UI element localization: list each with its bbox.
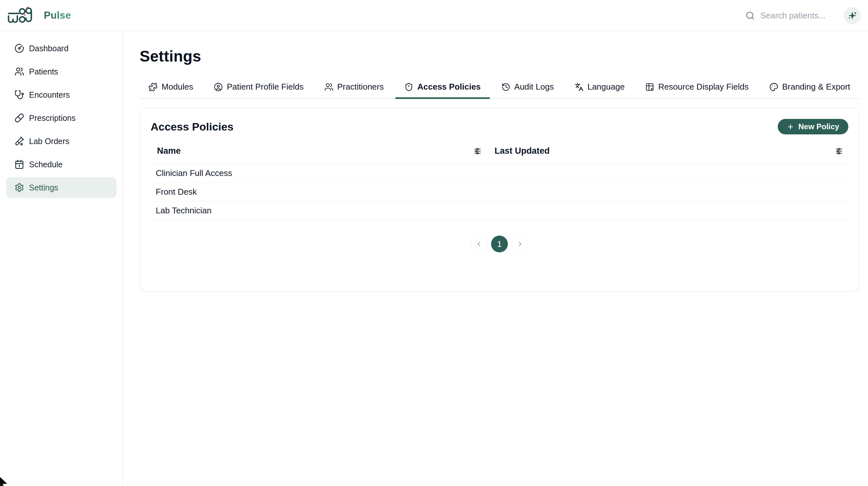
- tab-label: Branding & Export: [782, 82, 850, 92]
- tab-label: Access Policies: [417, 82, 481, 92]
- plus-icon: [787, 123, 794, 131]
- sidebar-item-label: Settings: [29, 183, 58, 192]
- policy-name-cell: Lab Technician: [151, 205, 495, 216]
- column-label: Last Updated: [495, 146, 550, 156]
- tab-modules[interactable]: Modules: [140, 80, 202, 98]
- brand-logo-icon: [8, 6, 36, 25]
- sidebar-item-settings[interactable]: Settings: [6, 177, 116, 198]
- sidebar-nav: DashboardPatientsEncountersPrescriptions…: [0, 31, 123, 486]
- calendar-icon: [14, 160, 24, 169]
- brand-name: Pulse: [44, 10, 71, 21]
- pagination-page-1-button[interactable]: 1: [491, 235, 508, 252]
- filter-sliders-icon[interactable]: [473, 147, 482, 155]
- top-bar-right: [745, 7, 861, 24]
- policies-table-body: Clinician Full AccessFront DeskLab Techn…: [151, 164, 848, 220]
- card-header: Access Policies New Policy: [151, 119, 848, 134]
- policy-name-cell: Clinician Full Access: [151, 168, 495, 178]
- new-policy-button-label: New Policy: [798, 122, 839, 131]
- tab-label: Resource Display Fields: [658, 82, 748, 92]
- test-tube-icon: [14, 136, 24, 146]
- pagination: 1: [151, 235, 848, 252]
- sidebar-item-label: Dashboard: [29, 44, 68, 53]
- puzzle-icon: [149, 83, 158, 92]
- languages-icon: [575, 83, 584, 92]
- pagination-next-button[interactable]: [512, 235, 528, 252]
- policy-row-clinician-full-access[interactable]: Clinician Full Access: [151, 164, 848, 183]
- pill-icon: [14, 113, 24, 123]
- brand: Pulse: [8, 6, 71, 25]
- policy-name-cell: Front Desk: [151, 187, 495, 197]
- tab-branding-export[interactable]: Branding & Export: [760, 80, 859, 98]
- top-bar: Pulse: [0, 0, 868, 31]
- tab-patient-profile-fields[interactable]: Patient Profile Fields: [205, 80, 312, 98]
- sidebar-item-dashboard[interactable]: Dashboard: [6, 38, 116, 59]
- users-icon: [324, 83, 333, 92]
- policy-row-lab-technician[interactable]: Lab Technician: [151, 201, 848, 220]
- users-icon: [14, 67, 24, 76]
- table-icon: [645, 83, 654, 92]
- app-shell: DashboardPatientsEncountersPrescriptions…: [0, 31, 868, 486]
- palette-icon: [769, 83, 778, 92]
- card-title: Access Policies: [151, 121, 234, 133]
- sidebar-item-encounters[interactable]: Encounters: [6, 85, 116, 105]
- sidebar-item-label: Prescriptions: [29, 114, 76, 123]
- tab-label: Patient Profile Fields: [227, 82, 303, 92]
- tab-language[interactable]: Language: [565, 80, 634, 98]
- chevron-right-icon: [517, 240, 524, 248]
- sidebar-item-prescriptions[interactable]: Prescriptions: [6, 108, 116, 128]
- column-header-last-updated: Last Updated: [495, 146, 848, 156]
- settings-tabs: ModulesPatient Profile FieldsPractitione…: [140, 80, 859, 99]
- patient-search: [745, 11, 836, 21]
- tab-resource-display-fields[interactable]: Resource Display Fields: [636, 80, 757, 98]
- column-header-name: Name: [151, 146, 495, 156]
- sidebar-item-label: Lab Orders: [29, 137, 69, 146]
- tab-label: Practitioners: [337, 82, 384, 92]
- tab-label: Audit Logs: [514, 82, 554, 92]
- search-input[interactable]: [760, 11, 836, 21]
- new-policy-button[interactable]: New Policy: [778, 119, 848, 134]
- tab-practitioners[interactable]: Practitioners: [315, 80, 393, 98]
- tab-audit-logs[interactable]: Audit Logs: [492, 80, 563, 98]
- user-circle-icon: [214, 83, 223, 92]
- main-content: Settings ModulesPatient Profile FieldsPr…: [123, 31, 868, 486]
- tab-label: Language: [587, 82, 625, 92]
- search-icon: [745, 11, 755, 20]
- shield-icon: [404, 83, 413, 92]
- sparkles-icon: [848, 11, 857, 20]
- sidebar-item-lab-orders[interactable]: Lab Orders: [6, 131, 116, 152]
- sidebar-item-label: Patients: [29, 67, 58, 76]
- tab-label: Modules: [161, 82, 193, 92]
- sidebar-item-patients[interactable]: Patients: [6, 61, 116, 82]
- ai-assistant-button[interactable]: [844, 7, 861, 24]
- filter-sliders-icon[interactable]: [835, 147, 843, 155]
- stethoscope-icon: [14, 90, 24, 100]
- sidebar-item-label: Schedule: [29, 160, 63, 169]
- gear-icon: [14, 183, 24, 192]
- page-title: Settings: [140, 47, 859, 65]
- column-label: Name: [157, 146, 181, 156]
- mouse-cursor: [0, 476, 9, 486]
- policies-table-header: NameLast Updated: [151, 146, 848, 164]
- access-policies-card: Access Policies New Policy NameLast Upda…: [140, 108, 859, 291]
- pagination-prev-button[interactable]: [470, 235, 487, 252]
- sidebar-item-label: Encounters: [29, 90, 70, 100]
- sidebar-item-schedule[interactable]: Schedule: [6, 154, 116, 175]
- policy-row-front-desk[interactable]: Front Desk: [151, 183, 848, 201]
- chevron-left-icon: [475, 240, 483, 248]
- tab-access-policies[interactable]: Access Policies: [395, 80, 490, 98]
- gauge-icon: [14, 43, 24, 53]
- history-icon: [501, 83, 510, 92]
